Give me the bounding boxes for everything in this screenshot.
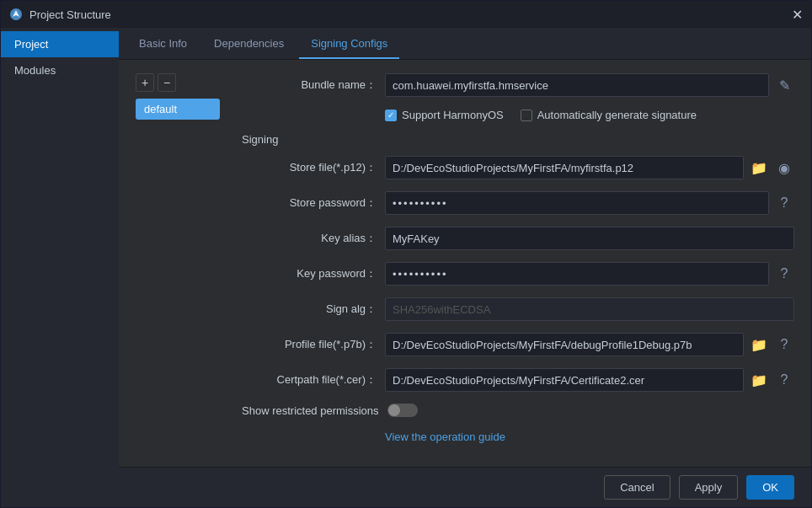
store-file-label: Store file(*.p12)： [242,160,377,175]
project-structure-window: Project Structure ✕ Project Modules Basi… [0,0,812,508]
support-harmonyos-box: ✓ [385,110,397,121]
config-list: default [136,99,228,120]
form-panel: Bundle name： ✎ ✓ [242,73,794,443]
key-password-help-button[interactable]: ? [774,264,794,284]
sign-alg-label: Sign alg： [242,302,377,317]
config-area: + − default Bundle name： [119,60,811,467]
support-harmonyos-checkbox[interactable]: ✓ Support HarmonyOS [385,109,504,121]
support-harmonyos-label: Support HarmonyOS [402,109,504,121]
profile-file-input-wrap: 📁 ? [385,333,794,356]
store-password-input[interactable] [385,191,769,215]
store-password-help-button[interactable]: ? [774,193,794,213]
tab-bar: Basic Info Dependencies Signing Configs [119,28,811,60]
view-operation-guide-link[interactable]: View the operation guide [385,430,505,443]
remove-config-button[interactable]: − [158,73,176,92]
title-bar-text: Project Structure [29,8,785,21]
sign-alg-input-wrap [385,297,794,321]
show-restricted-toggle[interactable] [387,404,418,417]
bundle-name-input[interactable] [385,73,769,97]
toggle-knob [388,404,400,416]
signing-section: Signing Store file(*.p12)： 📁 ◉ [242,133,794,392]
profile-file-browse-button[interactable]: 📁 [749,334,769,355]
bundle-name-label: Bundle name： [242,78,377,93]
show-restricted-label: Show restricted permissions [242,404,379,417]
auto-generate-checkbox[interactable]: Automatically generate signature [521,109,697,121]
app-logo-icon [9,8,23,21]
add-config-button[interactable]: + [136,73,154,92]
show-restricted-row: Show restricted permissions [242,404,794,417]
certpath-file-row: Certpath file(*.cer)： 📁 ? [242,368,794,392]
store-password-input-wrap: ? [385,191,794,215]
footer: Cancel Apply OK [119,467,811,507]
tab-dependencies[interactable]: Dependencies [202,29,296,59]
signing-section-title: Signing [242,133,794,146]
config-list-item-default[interactable]: default [136,99,220,120]
bundle-name-edit-button[interactable]: ✎ [774,75,794,95]
profile-file-help-button[interactable]: ? [774,334,794,355]
key-password-row: Key password： ? [242,262,794,286]
store-file-fingerprint-button[interactable]: ◉ [774,158,794,178]
certpath-file-browse-button[interactable]: 📁 [749,370,769,390]
profile-file-row: Profile file(*.p7b)： 📁 ? [242,333,794,356]
store-password-label: Store password： [242,195,377,211]
key-alias-input-wrap [385,227,794,250]
config-toolbar: + − [136,73,228,92]
key-password-label: Key password： [242,266,377,281]
store-file-input-wrap: 📁 ◉ [385,156,794,179]
sidebar-item-modules[interactable]: Modules [1,57,119,83]
key-alias-label: Key alias： [242,231,377,246]
support-harmonyos-check: ✓ [387,110,394,120]
sidebar: Project Modules [1,28,119,507]
sign-alg-row: Sign alg： [242,297,794,321]
store-file-input[interactable] [385,156,744,179]
store-file-browse-button[interactable]: 📁 [749,158,769,178]
checkboxes-row: ✓ Support HarmonyOS Automatically genera… [385,109,794,121]
key-password-input-wrap: ? [385,262,794,286]
store-file-row: Store file(*.p12)： 📁 ◉ [242,156,794,179]
auto-generate-label: Automatically generate signature [537,109,697,121]
store-password-row: Store password： ? [242,191,794,215]
certpath-file-input[interactable] [385,368,744,392]
auto-generate-box [521,110,532,121]
profile-file-input[interactable] [385,333,744,356]
key-alias-row: Key alias： [242,227,794,250]
key-alias-input[interactable] [385,227,794,250]
sidebar-item-project[interactable]: Project [1,31,119,57]
sign-alg-input[interactable] [385,297,794,321]
cancel-button[interactable]: Cancel [604,475,670,500]
apply-button[interactable]: Apply [679,475,739,500]
tab-signing-configs[interactable]: Signing Configs [299,29,399,59]
key-password-input[interactable] [385,262,769,286]
ok-button[interactable]: OK [746,475,794,500]
certpath-file-help-button[interactable]: ? [774,370,794,390]
bundle-name-row: Bundle name： ✎ [242,73,794,97]
certpath-file-input-wrap: 📁 ? [385,368,794,392]
right-panel: Basic Info Dependencies Signing Configs … [119,28,811,507]
profile-file-label: Profile file(*.p7b)： [242,337,377,352]
bundle-name-input-wrap: ✎ [385,73,794,97]
main-content: Project Modules Basic Info Dependencies … [1,28,811,507]
title-bar: Project Structure ✕ [1,1,811,28]
certpath-file-label: Certpath file(*.cer)： [242,372,377,388]
tab-basic-info[interactable]: Basic Info [127,29,199,59]
window-close-button[interactable]: ✕ [792,7,803,23]
